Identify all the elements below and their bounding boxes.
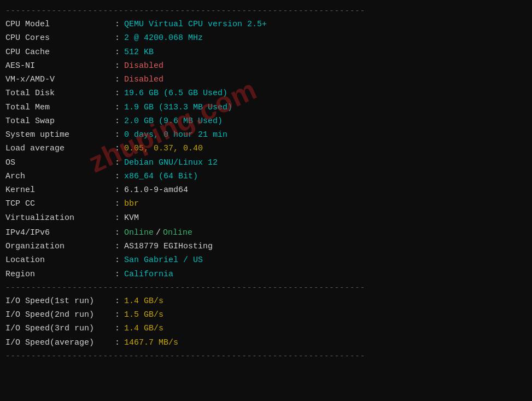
ipv-label: IPv4/IPv6 bbox=[5, 226, 115, 239]
row-colon: : bbox=[115, 142, 120, 155]
row-label: VM-x/AMD-V bbox=[5, 73, 115, 86]
location-label: Location bbox=[5, 254, 115, 266]
io-row-value: 1467.7 MB/s bbox=[124, 336, 178, 349]
row-colon: : bbox=[115, 46, 120, 59]
system-row: Arch : x86_64 (64 Bit) bbox=[5, 170, 527, 183]
system-row: System uptime : 0 days, 0 hour 21 min bbox=[5, 128, 527, 142]
row-value: QEMU Virtual CPU version 2.5+ bbox=[124, 18, 267, 31]
row-colon: : bbox=[115, 101, 120, 114]
row-label: Virtualization bbox=[5, 212, 115, 224]
system-row: Virtualization : KVM bbox=[5, 211, 527, 225]
system-row: Total Swap : 2.0 GB (9.6 MB Used) bbox=[5, 114, 527, 128]
io-row-colon: : bbox=[115, 309, 120, 321]
io-row: I/O Speed(3rd run) : 1.4 GB/s bbox=[5, 322, 527, 335]
region-colon: : bbox=[115, 268, 120, 281]
system-row: AES-NI : Disabled bbox=[5, 59, 527, 73]
row-label: TCP CC bbox=[5, 197, 115, 210]
row-label: OS bbox=[5, 156, 115, 169]
row-label: CPU Model bbox=[5, 18, 115, 31]
io-section: I/O Speed(1st run) : 1.4 GB/s I/O Speed(… bbox=[5, 294, 527, 350]
row-colon: : bbox=[115, 73, 120, 86]
system-row: Load average : 0.05, 0.37, 0.40 bbox=[5, 142, 527, 155]
row-value: KVM bbox=[124, 212, 139, 224]
io-row: I/O Speed(1st run) : 1.4 GB/s bbox=[5, 294, 527, 308]
top-divider: ----------------------------------------… bbox=[5, 7, 527, 15]
io-row-label: I/O Speed(2nd run) bbox=[5, 309, 115, 321]
system-row: CPU Cache : 512 KB bbox=[5, 45, 527, 59]
row-value: 2 @ 4200.068 MHz bbox=[124, 32, 203, 44]
system-row: CPU Cores : 2 @ 4200.068 MHz bbox=[5, 31, 527, 45]
row-label: Arch bbox=[5, 170, 115, 183]
org-label: Organization bbox=[5, 240, 115, 253]
region-label: Region bbox=[5, 268, 115, 281]
row-value: 0 days, 0 hour 21 min bbox=[124, 129, 227, 141]
row-colon: : bbox=[115, 184, 120, 196]
row-value: 19.6 GB (6.5 GB Used) bbox=[124, 87, 227, 100]
row-colon: : bbox=[115, 129, 120, 141]
io-row-label: I/O Speed(3rd run) bbox=[5, 322, 115, 335]
location-colon: : bbox=[115, 254, 120, 266]
row-label: AES-NI bbox=[5, 60, 115, 72]
region-value: California bbox=[124, 268, 173, 281]
region-row: Region : California bbox=[5, 268, 527, 281]
row-value: Disabled bbox=[124, 73, 163, 86]
system-row: Kernel : 6.1.0-9-amd64 bbox=[5, 183, 527, 197]
row-value: Disabled bbox=[124, 60, 163, 72]
row-colon: : bbox=[115, 32, 120, 44]
org-row: Organization : AS18779 EGIHosting bbox=[5, 240, 527, 253]
row-value: 2.0 GB (9.6 MB Used) bbox=[124, 115, 223, 127]
io-row-colon: : bbox=[115, 322, 120, 335]
io-row: I/O Speed(2nd run) : 1.5 GB/s bbox=[5, 308, 527, 322]
io-row-value: 1.4 GB/s bbox=[124, 295, 163, 307]
io-row-value: 1.5 GB/s bbox=[124, 309, 163, 321]
ipv6-value: Online bbox=[163, 226, 192, 239]
system-row: TCP CC : bbr bbox=[5, 197, 527, 211]
system-row: Total Mem : 1.9 GB (313.3 MB Used) bbox=[5, 101, 527, 114]
system-row: CPU Model : QEMU Virtual CPU version 2.5… bbox=[5, 18, 527, 31]
ipv-colon: : bbox=[115, 226, 120, 239]
row-label: CPU Cores bbox=[5, 32, 115, 44]
io-row-value: 1.4 GB/s bbox=[124, 322, 163, 335]
row-label: Load average bbox=[5, 142, 115, 155]
row-colon: : bbox=[115, 87, 120, 100]
row-colon: : bbox=[115, 115, 120, 127]
row-value: 0.05, 0.37, 0.40 bbox=[124, 142, 203, 155]
row-label: Total Mem bbox=[5, 101, 115, 114]
row-label: System uptime bbox=[5, 129, 115, 141]
io-row-label: I/O Speed(average) bbox=[5, 336, 115, 349]
system-row: Total Disk : 19.6 GB (6.5 GB Used) bbox=[5, 86, 527, 100]
row-value: x86_64 (64 Bit) bbox=[124, 170, 198, 183]
row-value: Debian GNU/Linux 12 bbox=[124, 156, 218, 169]
location-row: Location : San Gabriel / US bbox=[5, 253, 527, 267]
row-label: CPU Cache bbox=[5, 46, 115, 59]
org-colon: : bbox=[115, 240, 120, 253]
io-row-label: I/O Speed(1st run) bbox=[5, 295, 115, 307]
row-colon: : bbox=[115, 18, 120, 31]
row-colon: : bbox=[115, 197, 120, 210]
middle-divider: ----------------------------------------… bbox=[5, 283, 527, 292]
bottom-divider: ----------------------------------------… bbox=[5, 352, 527, 361]
ipv-row: IPv4/IPv6 : Online / Online bbox=[5, 226, 527, 240]
system-row: OS : Debian GNU/Linux 12 bbox=[5, 156, 527, 170]
row-label: Total Disk bbox=[5, 87, 115, 100]
system-row: VM-x/AMD-V : Disabled bbox=[5, 73, 527, 86]
row-value: bbr bbox=[124, 197, 139, 210]
row-value: 6.1.0-9-amd64 bbox=[124, 184, 188, 196]
io-row-colon: : bbox=[115, 336, 120, 349]
location-value: San Gabriel / US bbox=[124, 254, 203, 266]
org-value: AS18779 EGIHosting bbox=[124, 240, 213, 253]
row-colon: : bbox=[115, 170, 120, 183]
ipv4-value: Online bbox=[124, 226, 154, 239]
row-colon: : bbox=[115, 212, 120, 224]
row-value: 1.9 GB (313.3 MB Used) bbox=[124, 101, 232, 114]
io-row: I/O Speed(average) : 1467.7 MB/s bbox=[5, 336, 527, 350]
row-label: Total Swap bbox=[5, 115, 115, 127]
row-label: Kernel bbox=[5, 184, 115, 196]
io-row-colon: : bbox=[115, 295, 120, 307]
system-info-section: CPU Model : QEMU Virtual CPU version 2.5… bbox=[5, 18, 527, 225]
row-value: 512 KB bbox=[124, 46, 154, 59]
ipv-slash: / bbox=[156, 226, 161, 239]
row-colon: : bbox=[115, 156, 120, 169]
row-colon: : bbox=[115, 60, 120, 72]
